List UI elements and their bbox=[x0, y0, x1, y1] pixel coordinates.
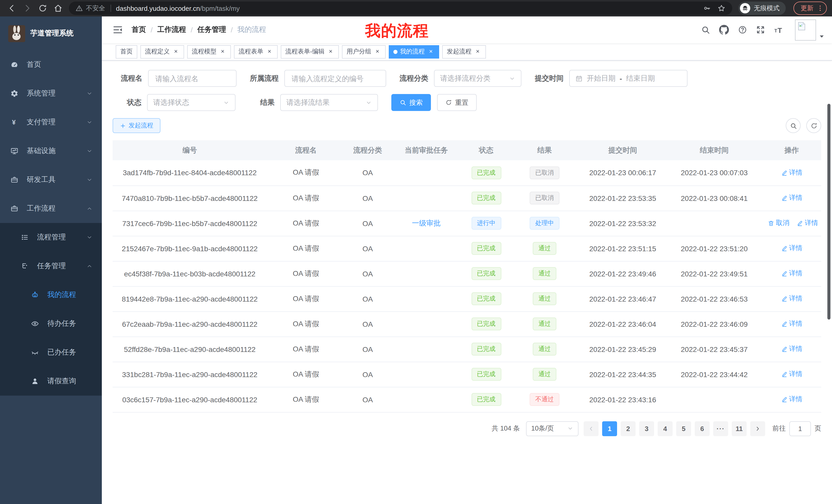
cell-current-task: 一级审批 bbox=[390, 211, 462, 236]
toggle-search-button[interactable] bbox=[786, 118, 801, 133]
sidebar-item-payment-management[interactable]: ¥支付管理 bbox=[0, 108, 102, 137]
home-icon[interactable] bbox=[51, 2, 65, 15]
avatar[interactable] bbox=[795, 19, 816, 40]
tab-process-form[interactable]: 流程表单× bbox=[234, 45, 278, 58]
close-tab-icon[interactable]: × bbox=[474, 48, 481, 55]
back-icon[interactable] bbox=[5, 2, 19, 15]
kebab-menu-icon[interactable] bbox=[816, 5, 824, 12]
sidebar-item-process-management[interactable]: 流程管理 bbox=[0, 223, 102, 252]
status-select[interactable]: 请选择状态 bbox=[147, 94, 235, 111]
tab-process-form-edit[interactable]: 流程表单-编辑× bbox=[281, 45, 339, 58]
page-button[interactable]: 6 bbox=[695, 421, 710, 436]
cell-result: 通过 bbox=[510, 337, 579, 362]
update-button[interactable]: 更新 bbox=[794, 2, 827, 15]
start-process-button[interactable]: 发起流程 bbox=[113, 118, 160, 133]
more-pages-button[interactable]: ··· bbox=[713, 421, 728, 436]
filter-label-process-name: 流程名 bbox=[121, 74, 142, 83]
sidebar-item-workflow[interactable]: 工作流程 bbox=[0, 194, 102, 223]
detail-action[interactable]: 详情 bbox=[781, 319, 802, 329]
github-icon[interactable] bbox=[719, 25, 729, 35]
cell-status: 进行中 bbox=[462, 211, 510, 236]
next-page-button[interactable] bbox=[750, 421, 765, 436]
submit-time-range[interactable]: 开始日期 - 结束日期 bbox=[569, 70, 687, 87]
detail-action[interactable]: 详情 bbox=[781, 244, 802, 253]
address-bar[interactable]: 不安全 dashboard.yudao.iocoder.cn/bpm/task/… bbox=[69, 2, 732, 15]
detail-action[interactable]: 详情 bbox=[797, 219, 818, 228]
detail-action[interactable]: 详情 bbox=[781, 370, 802, 379]
tab-my-process[interactable]: 我的流程× bbox=[389, 45, 439, 58]
current-task-link[interactable]: 一级审批 bbox=[412, 219, 441, 227]
detail-action[interactable]: 详情 bbox=[781, 168, 802, 177]
tab-user-group[interactable]: 用户分组× bbox=[342, 45, 386, 58]
page-button[interactable]: 4 bbox=[658, 421, 673, 436]
close-tab-icon[interactable]: × bbox=[219, 48, 226, 55]
scrollbar-thumb[interactable] bbox=[827, 104, 830, 319]
process-name-input[interactable] bbox=[148, 70, 237, 87]
close-tab-icon[interactable]: × bbox=[374, 48, 381, 55]
tab-process-model[interactable]: 流程模型× bbox=[187, 45, 231, 58]
sidebar-item-task-management[interactable]: 任务管理 bbox=[0, 252, 102, 281]
detail-action[interactable]: 详情 bbox=[781, 395, 802, 404]
reset-button[interactable]: 重置 bbox=[437, 94, 477, 111]
goto-page-input[interactable] bbox=[789, 421, 811, 436]
tab-process-definition[interactable]: 流程定义× bbox=[140, 45, 184, 58]
cell-end-time: 2022-01-22 23:46:09 bbox=[667, 311, 762, 337]
tab-home[interactable]: 首页 bbox=[116, 45, 137, 58]
font-size-icon[interactable]: TT bbox=[774, 25, 784, 35]
sidebar-item-leave-query[interactable]: 请假查询 bbox=[0, 367, 102, 396]
search-button[interactable]: 搜索 bbox=[391, 94, 431, 111]
star-icon[interactable] bbox=[717, 4, 726, 12]
sidebar-item-home[interactable]: 首页 bbox=[0, 50, 102, 79]
close-tab-icon[interactable]: × bbox=[266, 48, 273, 55]
forward-icon[interactable] bbox=[21, 2, 34, 15]
page-button[interactable]: 5 bbox=[676, 421, 691, 436]
robot-icon bbox=[31, 291, 39, 299]
result-badge: 已取消 bbox=[530, 166, 560, 179]
close-tab-icon[interactable]: × bbox=[172, 48, 179, 55]
breadcrumb-item[interactable]: 首页 bbox=[132, 25, 146, 34]
detail-action[interactable]: 详情 bbox=[781, 344, 802, 354]
breadcrumb-item[interactable]: 工作流程 bbox=[157, 25, 186, 34]
divider bbox=[110, 5, 111, 12]
help-icon[interactable] bbox=[738, 25, 747, 34]
sidebar-item-infrastructure[interactable]: 基础设施 bbox=[0, 137, 102, 165]
key-icon[interactable] bbox=[703, 5, 711, 12]
detail-action[interactable]: 详情 bbox=[781, 294, 802, 303]
user-avatar[interactable] bbox=[795, 19, 825, 40]
incognito-label: 无痕模式 bbox=[754, 4, 780, 12]
sidebar-item-todo-tasks[interactable]: 待办任务 bbox=[0, 309, 102, 338]
close-tab-icon[interactable]: × bbox=[327, 48, 334, 55]
cell-id: 03c6c157-7b9a-11ec-a290-acde48001122 bbox=[113, 387, 267, 412]
result-select[interactable]: 请选择流结果 bbox=[280, 94, 378, 111]
action-label: 详情 bbox=[805, 219, 818, 228]
reload-icon[interactable] bbox=[36, 2, 49, 15]
tab-label: 流程定义 bbox=[145, 47, 170, 56]
sidebar-item-system-management[interactable]: 系统管理 bbox=[0, 79, 102, 108]
prev-page-button[interactable] bbox=[583, 421, 599, 436]
page-button[interactable]: 11 bbox=[732, 421, 747, 436]
page-button[interactable]: 3 bbox=[639, 421, 654, 436]
cancel-action[interactable]: 取消 bbox=[768, 219, 789, 228]
refresh-table-button[interactable] bbox=[806, 118, 821, 133]
detail-action[interactable]: 详情 bbox=[781, 193, 802, 203]
page-button[interactable]: 2 bbox=[621, 421, 635, 436]
close-tab-icon[interactable]: × bbox=[427, 48, 435, 55]
sidebar-item-my-process[interactable]: 我的流程 bbox=[0, 281, 102, 309]
sidebar-item-done-tasks[interactable]: 已办任务 bbox=[0, 338, 102, 367]
detail-action[interactable]: 详情 bbox=[781, 269, 802, 278]
tab-start-process[interactable]: 发起流程× bbox=[442, 45, 486, 58]
page-button[interactable]: 1 bbox=[602, 421, 617, 436]
sidebar-item-dev-tools[interactable]: 研发工具 bbox=[0, 165, 102, 194]
category-select[interactable]: 请选择流程分类 bbox=[434, 70, 521, 87]
breadcrumb-item[interactable]: 任务管理 bbox=[198, 25, 226, 34]
column-header: 提交时间 bbox=[579, 140, 667, 160]
caret-down-icon[interactable] bbox=[818, 33, 825, 39]
hamburger-icon[interactable] bbox=[109, 21, 127, 38]
cell-result: 通过 bbox=[510, 261, 579, 286]
page-size-select[interactable]: 10条/页 bbox=[526, 421, 578, 436]
search-icon[interactable] bbox=[701, 25, 710, 34]
fullscreen-icon[interactable] bbox=[756, 25, 765, 34]
process-def-input[interactable] bbox=[284, 70, 386, 87]
sidebar-item-label: 基础设施 bbox=[27, 146, 55, 156]
cell-id: 7317cec6-7b9b-11ec-b5b7-acde48001122 bbox=[113, 211, 267, 236]
